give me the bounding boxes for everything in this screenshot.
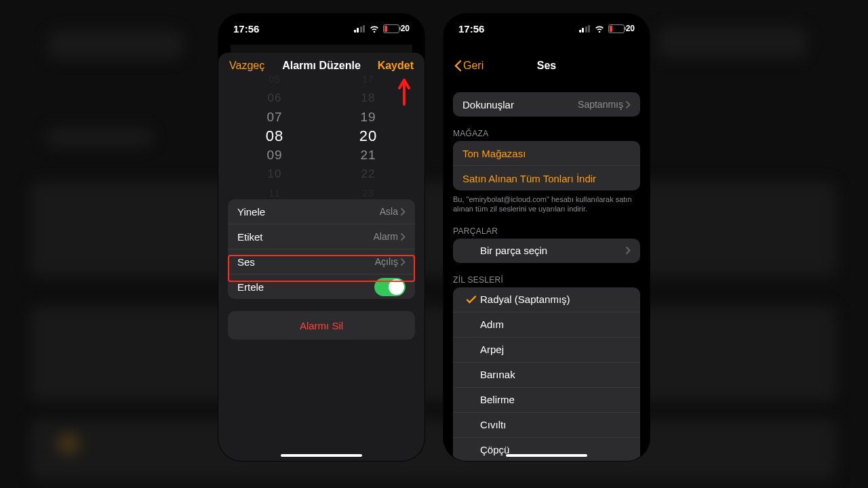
ringtone-item[interactable]: Çöpçü xyxy=(453,437,640,461)
status-time: 17:56 xyxy=(233,23,259,35)
chevron-right-icon xyxy=(401,258,406,266)
home-indicator[interactable] xyxy=(281,454,362,457)
ringtone-item[interactable]: Cıvıltı xyxy=(453,412,640,437)
snooze-cell: Ertele xyxy=(228,274,415,299)
battery-indicator: 20 xyxy=(383,24,410,33)
battery-indicator: 20 xyxy=(608,24,635,33)
ringtone-list: Radyal (Saptanmış)AdımArpejBarınakBelirm… xyxy=(453,287,640,461)
chevron-right-icon xyxy=(401,233,406,241)
snooze-toggle[interactable] xyxy=(374,278,406,296)
store-header: MAĞAZA xyxy=(453,129,640,138)
time-picker[interactable]: 05 06 07 08 09 10 11 17 18 19 20 21 22 2… xyxy=(228,85,415,187)
ringtone-item[interactable]: Belirme xyxy=(453,387,640,412)
chevron-right-icon xyxy=(401,208,406,216)
hour-wheel[interactable]: 05 06 07 08 09 10 11 xyxy=(228,85,321,187)
delete-alarm-button[interactable]: Alarmı Sil xyxy=(228,311,415,340)
pick-song-cell[interactable]: Bir parça seçin xyxy=(453,239,640,263)
ringtone-item[interactable]: Barınak xyxy=(453,362,640,387)
chevron-right-icon xyxy=(626,101,631,108)
phone-sound-settings: 17:56 20 Geri Ses xyxy=(443,14,650,461)
status-bar: 17:56 20 xyxy=(443,14,650,43)
minute-wheel[interactable]: 17 18 19 20 21 22 23 xyxy=(321,85,415,187)
check-icon xyxy=(466,294,477,305)
wifi-icon xyxy=(369,24,380,33)
haptics-cell[interactable]: Dokunuşlar Saptanmış xyxy=(453,92,640,117)
ringtones-header: ZİL SESLERİ xyxy=(453,275,640,285)
cellular-icon xyxy=(579,25,591,33)
edit-alarm-sheet: Vazgeç Alarmı Düzenle Kaydet 05 06 07 08… xyxy=(218,53,425,461)
tone-store-link[interactable]: Ton Mağazası xyxy=(453,141,640,165)
home-indicator[interactable] xyxy=(506,454,587,457)
chevron-right-icon xyxy=(626,247,631,254)
phone-edit-alarm: 17:56 20 Vazgeç Alarmı Düzenle Kaydet xyxy=(218,14,425,461)
sound-cell[interactable]: Ses Açılış xyxy=(228,249,415,274)
alarm-options: Yinele Asla Etiket Alarm Ses Açılış xyxy=(228,199,415,299)
ringtone-item[interactable]: Radyal (Saptanmış) xyxy=(453,287,640,312)
wifi-icon xyxy=(594,24,605,33)
songs-header: PARÇALAR xyxy=(453,226,640,236)
store-footnote: Bu, "emirybolat@icloud.com" hesabı kulla… xyxy=(453,195,640,214)
download-all-tones-link[interactable]: Satın Alınan Tüm Tonları İndir xyxy=(453,165,640,190)
label-cell[interactable]: Etiket Alarm xyxy=(228,224,415,249)
ringtone-item[interactable]: Arpej xyxy=(453,337,640,362)
chevron-left-icon xyxy=(454,60,462,72)
back-button[interactable]: Geri xyxy=(454,60,502,72)
ringtone-item[interactable]: Adım xyxy=(453,312,640,337)
repeat-cell[interactable]: Yinele Asla xyxy=(228,199,415,224)
page-title: Ses xyxy=(537,60,556,72)
cellular-icon xyxy=(354,25,366,33)
status-time: 17:56 xyxy=(458,23,484,35)
status-bar: 17:56 20 xyxy=(218,14,425,43)
sheet-title: Alarmı Düzenle xyxy=(282,60,361,72)
